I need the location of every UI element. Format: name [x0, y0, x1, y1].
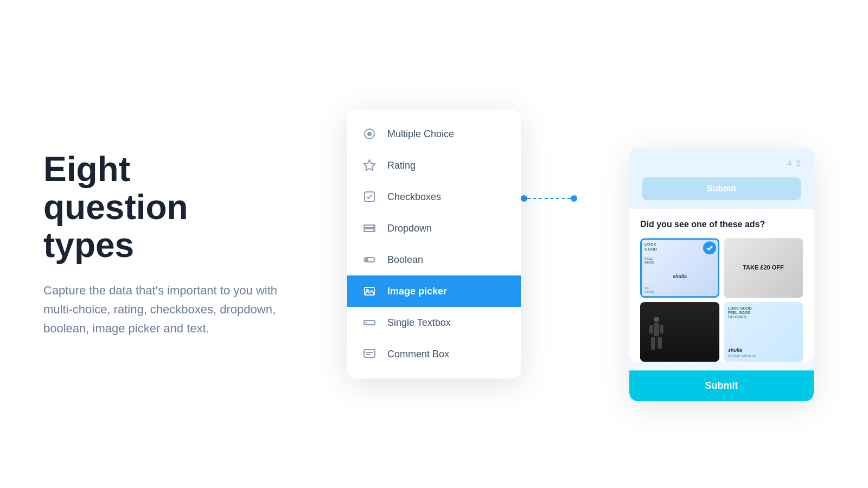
rating-num-5: 5 — [796, 158, 801, 168]
menu-item-checkboxes[interactable]: Checkboxes — [347, 181, 521, 213]
svg-rect-18 — [654, 323, 659, 336]
image-cell-3[interactable] — [640, 302, 719, 362]
image-cell-2[interactable]: TAKE £20 OFF — [724, 238, 803, 298]
dropdown-icon — [362, 221, 376, 235]
menu-item-multiple-choice[interactable]: Multiple Choice — [347, 118, 521, 150]
submit-ghost-button[interactable]: Submit — [642, 177, 801, 200]
svg-rect-22 — [660, 325, 663, 333]
survey-card-top: 4 5 Submit — [629, 147, 814, 209]
circle-dot-icon — [362, 127, 376, 141]
svg-rect-14 — [364, 350, 375, 357]
rating-num-4: 4 — [787, 158, 792, 168]
menu-label-image-picker: Image picker — [387, 286, 447, 297]
menu-label-checkboxes: Checkboxes — [387, 191, 441, 203]
menu-item-comment-box[interactable]: Comment Box — [347, 338, 521, 370]
svg-point-17 — [654, 317, 659, 322]
right-section: Multiple Choice Rating — [315, 54, 825, 434]
main-heading: Eight question types — [43, 150, 282, 265]
image-cell-1[interactable]: LOOK GOOD FEEL GOOD shülla DO — [640, 238, 719, 298]
menu-item-image-picker[interactable]: Image picker — [347, 275, 521, 307]
checkbox-icon — [362, 190, 376, 204]
left-section: Eight question types Capture the data th… — [43, 150, 315, 338]
menu-item-single-textbox[interactable]: Single Textbox — [347, 307, 521, 338]
menu-item-dropdown[interactable]: Dropdown — [347, 213, 521, 244]
menu-label-multiple-choice: Multiple Choice — [387, 129, 454, 140]
boolean-connector — [521, 195, 577, 202]
svg-rect-19 — [651, 337, 655, 350]
svg-rect-21 — [649, 325, 653, 333]
submit-main-button[interactable]: Submit — [629, 370, 814, 401]
toggle-icon — [362, 253, 376, 267]
survey-question: Did you see one of these ads? — [640, 220, 803, 229]
svg-rect-20 — [658, 337, 662, 349]
connector-line — [527, 198, 571, 199]
svg-rect-10 — [365, 287, 374, 295]
menu-label-boolean: Boolean — [387, 254, 423, 266]
connector-dot-right — [571, 195, 577, 202]
svg-marker-2 — [364, 160, 375, 170]
menu-label-comment-box: Comment Box — [387, 349, 449, 360]
page-wrapper: Eight question types Capture the data th… — [0, 0, 868, 488]
svg-point-1 — [367, 132, 372, 136]
menu-item-rating[interactable]: Rating — [347, 150, 521, 181]
menu-label-single-textbox: Single Textbox — [387, 317, 451, 329]
rating-row: 4 5 — [642, 158, 801, 168]
survey-preview-card: 4 5 Submit Did you see one of these ads? — [629, 147, 814, 401]
question-type-menu: Multiple Choice Rating — [347, 110, 521, 378]
star-icon — [362, 158, 376, 172]
survey-card-body: Did you see one of these ads? — [629, 209, 814, 362]
comment-icon — [362, 347, 376, 361]
menu-label-dropdown: Dropdown — [387, 223, 432, 234]
svg-point-9 — [365, 258, 368, 261]
menu-item-boolean[interactable]: Boolean — [347, 244, 521, 275]
image-cell-4[interactable]: LOOK GOOD FEEL GOOD DO GOOD shülla SCRUB… — [724, 302, 803, 362]
image-icon — [362, 284, 376, 298]
connector-dot-left — [521, 195, 527, 202]
menu-label-rating: Rating — [387, 160, 416, 171]
sub-text: Capture the data that's important to you… — [43, 281, 282, 338]
check-badge — [703, 241, 716, 254]
textbox-icon — [362, 316, 376, 330]
image-grid: LOOK GOOD FEEL GOOD shülla DO — [640, 238, 803, 362]
